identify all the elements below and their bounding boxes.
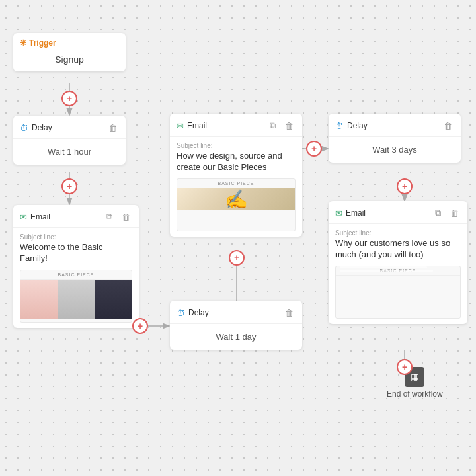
delay1-wait: Wait 1 hour <box>20 144 119 159</box>
email-mid-label: Email <box>187 121 207 130</box>
email-mid-preview-header: BASIC PIECE <box>177 179 295 188</box>
email-mid-delete-btn[interactable]: 🗑 <box>282 119 296 132</box>
add-button-1[interactable]: + <box>61 91 77 106</box>
email1-subject: Welcome to the Basic Family! <box>20 242 132 264</box>
email2-subject-prefix: Subject line: <box>335 229 461 237</box>
email2-delete-btn[interactable]: 🗑 <box>448 206 461 219</box>
delay-mid-label: Delay <box>188 308 209 317</box>
end-label: End of workflow <box>387 389 443 399</box>
email2-icon: ✉ <box>335 208 342 218</box>
email-mid-subject-prefix: Subject line: <box>177 142 296 149</box>
add-button-2[interactable]: + <box>61 178 77 194</box>
add-button-7[interactable]: + <box>397 359 413 375</box>
email1-preview: BASIC PIECE <box>20 270 132 323</box>
add-button-5[interactable]: + <box>306 141 322 157</box>
email2-node: ✉ Email ⧉ 🗑 Subject line: Why our custom… <box>329 201 467 324</box>
trigger-label: ✳ Trigger <box>13 33 126 50</box>
email2-preview: BASIC PIECE <box>335 266 461 319</box>
trigger-name: Signup <box>13 50 126 71</box>
email-mid-preview: BASIC PIECE ✍ <box>177 178 296 231</box>
email-mid-subject: How we design, source and create our Bas… <box>177 151 296 173</box>
email-mid-copy-btn[interactable]: ⧉ <box>266 119 279 132</box>
email1-copy-btn[interactable]: ⧉ <box>102 210 116 223</box>
email1-node: ✉ Email ⧉ 🗑 Subject line: Welcome to the… <box>13 205 139 328</box>
delay1-label: Delay <box>32 123 52 132</box>
email1-label: Email <box>30 212 50 221</box>
delay2-node: ⏱ Delay 🗑 Wait 3 days <box>329 114 461 163</box>
email1-delete-btn[interactable]: 🗑 <box>119 210 132 223</box>
design-image: ✍ <box>225 188 248 210</box>
delay2-wait: Wait 3 days <box>335 142 454 157</box>
delay-icon-1: ⏱ <box>20 123 28 133</box>
delay-mid-node: ⏱ Delay 🗑 Wait 1 day <box>170 301 302 350</box>
delay2-delete-btn[interactable]: 🗑 <box>441 119 454 132</box>
delay2-label: Delay <box>347 121 368 130</box>
email1-preview-header: BASIC PIECE <box>20 270 132 280</box>
email-icon-1: ✉ <box>20 212 27 222</box>
email-mid-icon: ✉ <box>177 121 184 131</box>
delay-mid-icon: ⏱ <box>177 308 185 318</box>
delay1-node: ⏱ Delay 🗑 Wait 1 hour <box>13 116 126 165</box>
delay1-delete-btn[interactable]: 🗑 <box>106 121 119 134</box>
add-button-6[interactable]: + <box>397 178 413 194</box>
trigger-node: ✳ Trigger Signup <box>13 33 126 71</box>
email-mid-node: ✉ Email ⧉ 🗑 Subject line: How we design,… <box>170 114 302 237</box>
trigger-icon: ✳ <box>20 38 26 48</box>
email2-label: Email <box>346 208 366 218</box>
add-button-3[interactable]: + <box>132 318 148 334</box>
delay-mid-wait: Wait 1 day <box>177 329 296 344</box>
email2-subject: Why our customers love us so much (and y… <box>335 238 461 260</box>
delay-mid-delete-btn[interactable]: 🗑 <box>282 306 296 319</box>
add-button-4[interactable]: + <box>229 250 245 266</box>
email2-copy-btn[interactable]: ⧉ <box>431 206 444 219</box>
email1-subject-prefix: Subject line: <box>20 233 132 241</box>
delay2-icon: ⏱ <box>335 121 344 131</box>
end-node: ▦ End of workflow <box>387 367 443 399</box>
